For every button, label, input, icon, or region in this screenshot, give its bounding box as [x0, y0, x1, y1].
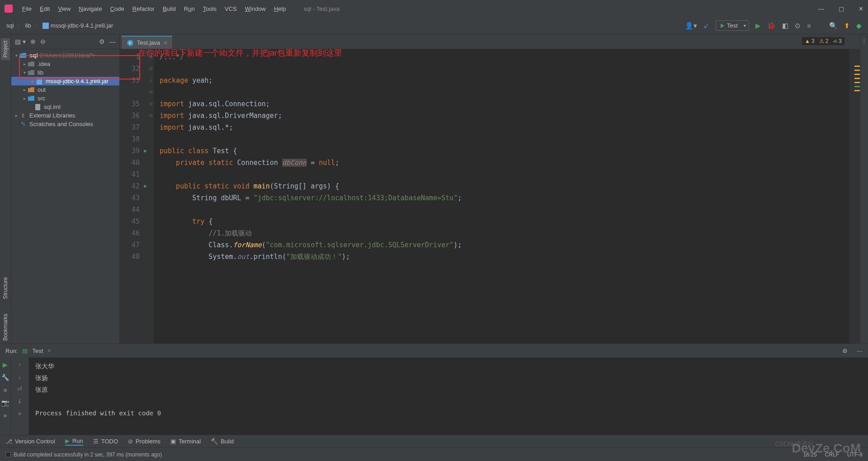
tab-bookmarks[interactable]: Bookmarks	[1, 311, 10, 343]
scroll-end-icon[interactable]: ⤓	[17, 398, 22, 405]
menu-run[interactable]: Run	[180, 4, 199, 14]
tree-jar[interactable]: ▸mssql-jdbc-9.4.1.jre8.jar	[11, 77, 119, 85]
project-tree: ▾ sql C:\Users\12851\IdeaPr ▸.idea ▾lib …	[11, 49, 119, 130]
btab-version-control[interactable]: ⎇Version Control	[5, 438, 55, 445]
menu-view[interactable]: View	[54, 4, 75, 14]
menu-refactor[interactable]: Refactor	[128, 4, 159, 14]
panel-header: ▤ ▾ ⊕ ⊖ ⚙ —	[11, 34, 119, 49]
stop-button-run[interactable]: 🔧	[1, 374, 9, 381]
menu-file[interactable]: FFileile	[18, 4, 36, 14]
right-gutter[interactable]: ⋮	[860, 34, 868, 343]
btab-run[interactable]: ▶Run	[65, 437, 83, 446]
run-button[interactable]: ▶	[755, 22, 761, 30]
tab-structure[interactable]: Structure	[1, 274, 10, 302]
titlebar: FFileile Edit View Navigate Code Refacto…	[0, 0, 868, 17]
settings-icon[interactable]: ⚙	[99, 38, 105, 45]
breadcrumb: sql〉 lib〉 mssql-jdbc-9.4.1.jre8.jar	[6, 22, 113, 30]
ide-services-icon[interactable]: ◆	[856, 22, 862, 30]
run-more-icon[interactable]: »	[4, 412, 7, 419]
stop-button[interactable]: ■	[807, 22, 811, 29]
menu-help[interactable]: Help	[270, 4, 290, 14]
tree-idea[interactable]: ▸.idea	[11, 60, 119, 68]
bottom-tool-tabs: ⎇Version Control ▶Run ☰TODO ⊘Problems ▣T…	[0, 435, 868, 447]
run-stop-icon[interactable]: ■	[3, 386, 7, 394]
profile-button[interactable]: ⊙	[795, 22, 801, 30]
file-tab-test[interactable]: C Test.java ×	[122, 36, 172, 49]
run-tab-close[interactable]: ×	[47, 348, 51, 354]
tree-iml[interactable]: sql.iml	[11, 103, 119, 111]
btab-build[interactable]: 🔨Build	[211, 438, 234, 445]
run-toolbar: ▶ 🔧 ■ 📷 »	[0, 358, 11, 435]
statusbar: Build completed successfully in 2 sec, 3…	[0, 447, 868, 461]
editor-area: C Test.java × ▲3 ⚠2 ✔3 ^ ˅ 13233 3536373…	[120, 34, 860, 343]
run-hide-icon[interactable]: —	[857, 348, 863, 354]
sync-icon[interactable]: ⬆	[844, 22, 850, 30]
hide-icon[interactable]: —	[109, 38, 116, 45]
user-icon[interactable]: 👤▾	[685, 22, 697, 30]
build-icon[interactable]: ↙	[703, 22, 709, 30]
search-icon[interactable]: 🔍	[829, 22, 838, 30]
inspections-widget[interactable]: ▲3 ⚠2 ✔3 ^ ˅	[802, 37, 844, 45]
tree-out[interactable]: ▸out	[11, 85, 119, 94]
run-output[interactable]: 张大华 张扬 张原 Process finished with exit cod…	[29, 358, 868, 435]
run-config-name: Test	[32, 348, 43, 354]
run-camera-icon[interactable]: 📷	[1, 399, 9, 406]
project-dropdown-icon[interactable]: ▤ ▾	[15, 38, 26, 45]
caret-position[interactable]: 16:25	[803, 452, 817, 458]
line-separator[interactable]: CRLF	[825, 452, 839, 458]
fold-bar[interactable]: ⊞⊟⊥ ⊟⊟⊟	[148, 49, 154, 343]
menu-code[interactable]: Code	[106, 4, 128, 14]
status-message: Build completed successfully in 2 sec, 3…	[14, 452, 162, 458]
tree-root[interactable]: ▾ sql C:\Users\12851\IdeaPr	[11, 51, 119, 60]
menu-window[interactable]: Window	[241, 4, 270, 14]
file-tab-label: Test.java	[137, 39, 160, 46]
java-class-icon: C	[127, 40, 133, 46]
menu-build[interactable]: Build	[159, 4, 180, 14]
code-content[interactable]: /...*/ package yeah; import java.sql.Con…	[154, 49, 849, 343]
close-tab-icon[interactable]: ×	[164, 40, 167, 46]
minimize-button[interactable]: —	[818, 5, 824, 12]
play-icon	[721, 24, 724, 28]
close-button[interactable]: ✕	[859, 5, 863, 12]
run-toolbar-2: ↑ ↓ ⏎ ⤓ »	[11, 358, 29, 435]
up-icon[interactable]: ↑	[18, 361, 21, 368]
tree-src[interactable]: ▸src	[11, 94, 119, 103]
run-line-marker-39[interactable]: ▶	[141, 145, 147, 157]
menu-tools[interactable]: Tools	[199, 4, 221, 14]
expand-icon[interactable]: ⊕	[30, 38, 36, 45]
left-tool-tabs: Project Structure Bookmarks	[0, 34, 11, 343]
run-settings-icon[interactable]: ⚙	[842, 348, 848, 354]
tab-project[interactable]: Project	[1, 38, 10, 60]
run-label: Run:	[5, 348, 18, 354]
coverage-button[interactable]: ◧	[782, 22, 788, 30]
menu-vcs[interactable]: VCS	[221, 4, 241, 14]
rerun-button[interactable]: ▶	[3, 361, 8, 368]
debug-button[interactable]: 🐞	[767, 22, 776, 30]
menu-navigate[interactable]: Navigate	[75, 4, 106, 14]
btab-problems[interactable]: ⊘Problems	[128, 438, 160, 445]
editor-tabs: C Test.java ×	[120, 34, 860, 49]
menu-edit[interactable]: Edit	[36, 4, 54, 14]
window-title: sql - Test.java	[304, 5, 340, 12]
soft-wrap-icon[interactable]: ⏎	[17, 386, 22, 392]
run-line-marker-42[interactable]: ▶	[141, 180, 147, 192]
btab-terminal[interactable]: ▣Terminal	[170, 438, 201, 445]
status-indicator-icon[interactable]	[5, 452, 11, 457]
gutter[interactable]: 13233 35363738 39404142 43444546 4748 ▶ …	[120, 49, 148, 343]
breadcrumb-3[interactable]: mssql-jdbc-9.4.1.jre8.jar	[42, 22, 113, 29]
breadcrumb-1[interactable]: sql	[6, 22, 14, 29]
tree-scratches[interactable]: ✎Scratches and Consoles	[11, 120, 119, 128]
collapse-icon[interactable]: ⊖	[40, 38, 46, 45]
maximize-button[interactable]: ▢	[839, 5, 844, 12]
btab-todo[interactable]: ☰TODO	[93, 438, 118, 445]
error-stripe[interactable]	[849, 49, 860, 343]
run-config-selector[interactable]: Test	[716, 20, 749, 31]
breadcrumb-2[interactable]: lib	[25, 22, 31, 29]
file-encoding[interactable]: UTF-8	[847, 452, 863, 458]
down-icon[interactable]: ↓	[18, 373, 21, 380]
tree-external-libs[interactable]: ▸⫴External Libraries	[11, 111, 119, 120]
tree-lib[interactable]: ▾lib	[11, 68, 119, 77]
editor-body[interactable]: 13233 35363738 39404142 43444546 4748 ▶ …	[120, 49, 860, 343]
run-tool-window: Run: ▤ Test × ⚙ — ▶ 🔧 ■ 📷 » ↑ ↓ ⏎ ⤓ » 张大…	[0, 343, 868, 435]
more-icon[interactable]: »	[18, 410, 21, 417]
